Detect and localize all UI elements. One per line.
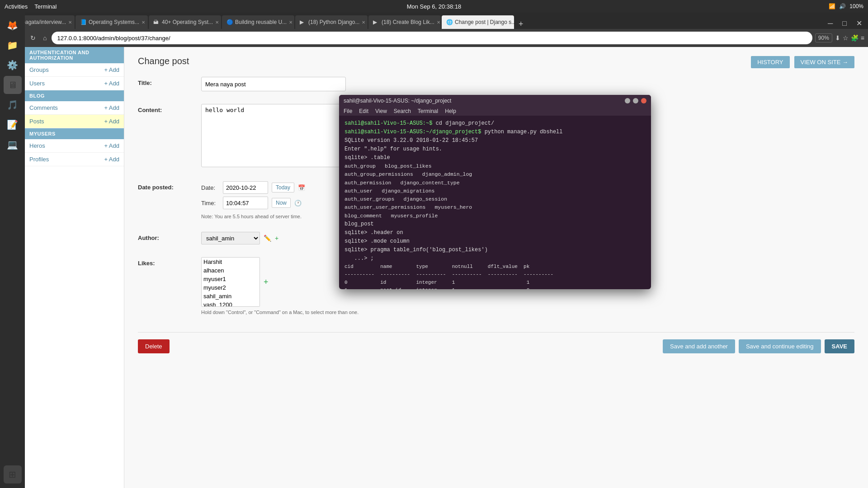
sidebar-item-heros[interactable]: Heros + Add: [25, 139, 124, 153]
browser-chrome: 🦊 Nabagata/interview... ✕ 📘 Operating Sy…: [0, 13, 868, 47]
t-line-5: auth_groupblog_post_likes: [344, 162, 646, 170]
view-site-button[interactable]: VIEW ON SITE →: [794, 56, 854, 68]
calendar-icon[interactable]: 📅: [298, 184, 305, 191]
tab-1[interactable]: 📘 Operating Systems... ✕: [75, 15, 148, 29]
likes-option-5[interactable]: yash_1200: [202, 300, 259, 307]
comments-link[interactable]: Comments: [29, 104, 58, 111]
t-line-3: Enter ".help" for usage hints.: [344, 145, 646, 153]
close-window[interactable]: ✕: [853, 18, 866, 29]
terminal-menu-terminal[interactable]: Terminal: [418, 108, 438, 114]
time-input[interactable]: [223, 197, 268, 209]
terminal-controls: [625, 98, 646, 103]
tab-4[interactable]: ▶ (18) Python Django... ✕: [295, 15, 368, 29]
maximize-window[interactable]: □: [839, 18, 850, 29]
now-button[interactable]: Now: [272, 198, 291, 208]
tab-close-1[interactable]: ✕: [142, 20, 145, 25]
sidebar-item-profiles[interactable]: Profiles + Add: [25, 153, 124, 166]
extensions-icon[interactable]: 🧩: [851, 34, 859, 42]
sidebar-section-blog: BLOG Comments + Add Posts + Add: [25, 90, 124, 128]
new-tab-button[interactable]: +: [515, 19, 527, 29]
likes-option-3[interactable]: myuser2: [202, 283, 259, 292]
taskbar-apps[interactable]: ⊞: [4, 465, 22, 483]
tab-3[interactable]: 🔵 Building reusable U... ✕: [222, 15, 294, 29]
tab-close-4[interactable]: ✕: [362, 20, 365, 25]
sidebar-item-comments[interactable]: Comments + Add: [25, 101, 124, 115]
profiles-add-link[interactable]: + Add: [104, 156, 119, 163]
save-button[interactable]: SAVE: [825, 339, 854, 353]
likes-add-button[interactable]: +: [264, 277, 269, 287]
sidebar-item-groups[interactable]: Groups + Add: [25, 63, 124, 77]
download-icon[interactable]: ⬇: [835, 34, 840, 42]
bookmark-icon[interactable]: ☆: [843, 34, 849, 42]
taskbar-settings[interactable]: ⚙️: [4, 56, 22, 74]
terminal-label[interactable]: Terminal: [34, 3, 57, 10]
t-line-9: auth_user_groupsdjango_session: [344, 195, 646, 203]
save-continue-button[interactable]: Save and continue editing: [739, 339, 821, 353]
profiles-link[interactable]: Profiles: [29, 156, 49, 163]
tab-6[interactable]: 🌐 Change post | Django s... ✕: [442, 15, 514, 29]
delete-button[interactable]: Delete: [138, 339, 170, 353]
sidebar-item-users[interactable]: Users + Add: [25, 77, 124, 90]
heros-link[interactable]: Heros: [29, 142, 45, 149]
terminal-menu-edit[interactable]: Edit: [359, 108, 368, 114]
network-icon: 📶: [829, 3, 835, 9]
likes-option-0[interactable]: Harshit: [202, 258, 259, 266]
likes-option-1[interactable]: alhacen: [202, 266, 259, 275]
likes-option-2[interactable]: myuser1: [202, 275, 259, 283]
t-line-20: 1 post_id integer 1 0: [344, 286, 646, 289]
taskbar-vlc[interactable]: 🎵: [4, 96, 22, 114]
t-line-10: auth_user_user_permissionsmyusers_hero: [344, 203, 646, 211]
date-input[interactable]: [223, 181, 268, 194]
address-input[interactable]: [52, 32, 812, 44]
taskbar-vm[interactable]: 💻: [4, 136, 22, 154]
tab-close-5[interactable]: ✕: [437, 20, 440, 25]
taskbar-text[interactable]: 📝: [4, 116, 22, 134]
minimize-window[interactable]: ─: [824, 18, 836, 29]
terminal-menu-search[interactable]: Search: [394, 108, 411, 114]
tab-5[interactable]: ▶ (18) Create Blog Lik... ✕: [368, 15, 441, 29]
terminal-menu-file[interactable]: File: [344, 108, 352, 114]
terminal-body[interactable]: sahil@sahil-Vivo-15-ASUS:~$ cd django_pr…: [339, 116, 651, 289]
taskbar-firefox[interactable]: 🦊: [4, 16, 22, 34]
today-button[interactable]: Today: [272, 183, 294, 192]
terminal-menu-help[interactable]: Help: [445, 108, 456, 114]
tab-favicon-5: ▶: [373, 19, 379, 25]
likes-hint: Hold down "Control", or "Command" on a M…: [201, 310, 854, 315]
likes-option-4[interactable]: sahil_amin: [202, 292, 259, 300]
t-line-14: sqlite> .mode column: [344, 237, 646, 245]
users-link[interactable]: Users: [29, 80, 45, 87]
tab-2[interactable]: 🏔 40+ Operating Syst... ✕: [149, 15, 221, 29]
sidebar-section-myusers: MYUSERS Heros + Add Profiles + Add: [25, 128, 124, 166]
home-button[interactable]: ⌂: [41, 33, 49, 43]
save-add-button[interactable]: Save and add another: [663, 339, 735, 353]
users-add-link[interactable]: + Add: [104, 80, 119, 87]
likes-select[interactable]: Harshit alhacen myuser1 myuser2 sahil_am…: [201, 257, 260, 307]
heros-add-link[interactable]: + Add: [104, 142, 119, 149]
title-input[interactable]: [201, 77, 346, 91]
terminal-close[interactable]: [641, 98, 646, 103]
tab-close-2[interactable]: ✕: [215, 20, 219, 25]
posts-link[interactable]: Posts: [29, 118, 44, 125]
author-add-button[interactable]: +: [275, 235, 278, 242]
reload-button[interactable]: ↻: [28, 33, 38, 43]
groups-add-link[interactable]: + Add: [104, 66, 119, 73]
activities-label[interactable]: Activities: [5, 3, 28, 10]
taskbar-files[interactable]: 📁: [4, 36, 22, 54]
comments-add-link[interactable]: + Add: [104, 104, 119, 111]
taskbar-terminal[interactable]: 🖥: [4, 76, 22, 94]
tab-close-0[interactable]: ✕: [68, 20, 72, 25]
posts-add-link[interactable]: + Add: [104, 118, 119, 125]
author-select[interactable]: sahil_amin: [201, 232, 260, 244]
terminal-maximize[interactable]: [633, 98, 638, 103]
sidebar-item-posts[interactable]: Posts + Add: [25, 115, 124, 128]
author-edit-button[interactable]: ✏️: [264, 235, 271, 242]
groups-link[interactable]: Groups: [29, 66, 49, 73]
clock-icon: 🕐: [294, 200, 302, 206]
menu-icon[interactable]: ≡: [861, 34, 864, 42]
tab-close-3[interactable]: ✕: [289, 20, 292, 25]
t-line-19: 0 id integer 1 1: [344, 279, 646, 286]
terminal-minimize[interactable]: [625, 98, 630, 103]
history-button[interactable]: HISTORY: [751, 56, 789, 68]
zoom-badge: 90%: [815, 33, 832, 42]
terminal-menu-view[interactable]: View: [375, 108, 387, 114]
